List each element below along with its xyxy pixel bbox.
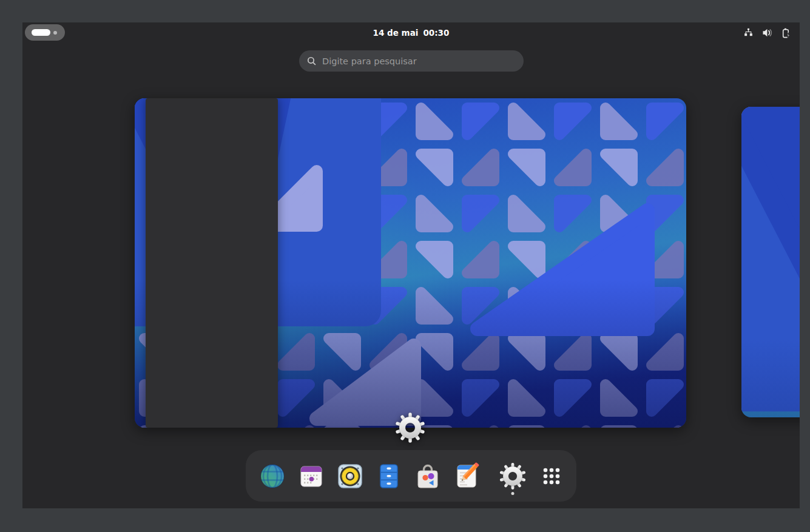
search-input[interactable] — [322, 56, 516, 66]
dash-item-text-editor[interactable] — [452, 462, 481, 491]
clock-time: 00:30 — [423, 28, 449, 38]
show-apps-button[interactable] — [537, 462, 566, 491]
search-bar[interactable] — [299, 50, 524, 72]
volume-high-icon — [761, 27, 772, 38]
clock-date: 14 de mai — [373, 28, 419, 38]
top-bar: 14 de mai 00:30 — [22, 22, 800, 43]
search-icon — [306, 56, 317, 66]
desktop-canvas: { "shell": { "view": "activities-overvie… — [0, 0, 810, 532]
software-bag-icon — [413, 462, 442, 491]
settings-window-preview[interactable] — [146, 98, 278, 428]
text-editor-icon — [452, 462, 481, 491]
dash-item-web-browser[interactable] — [258, 462, 287, 491]
clock-menu[interactable]: 14 de mai 00:30 — [373, 22, 450, 43]
dash-item-settings-running[interactable] — [498, 462, 527, 491]
dash-item-software[interactable] — [413, 462, 442, 491]
inactive-workspace-dot[interactable] — [53, 31, 57, 35]
web-browser-globe-icon — [258, 462, 287, 491]
speaker-icon — [336, 462, 365, 491]
dash-item-files[interactable] — [374, 462, 403, 491]
network-wired-icon — [743, 28, 754, 38]
file-cabinet-icon — [374, 462, 403, 491]
dash-item-calendar[interactable] — [297, 462, 326, 491]
calendar-icon — [297, 462, 326, 491]
shell-overview: 14 de mai 00:30 — [22, 22, 800, 508]
running-indicator-dot — [511, 492, 515, 495]
battery-charging-icon — [780, 27, 791, 39]
wallpaper — [741, 107, 800, 417]
dash-item-music[interactable] — [336, 462, 365, 491]
dash — [246, 450, 576, 502]
gear-icon — [498, 462, 527, 491]
workspace-indicator-pill[interactable] — [25, 24, 65, 41]
system-status-area[interactable] — [743, 22, 791, 43]
active-workspace-pill[interactable] — [32, 29, 50, 36]
window-app-badge-gear-icon[interactable] — [394, 411, 427, 444]
workspace-preview-2[interactable] — [741, 107, 800, 417]
app-grid-icon — [537, 462, 566, 491]
workspace-preview-1[interactable] — [135, 98, 686, 428]
